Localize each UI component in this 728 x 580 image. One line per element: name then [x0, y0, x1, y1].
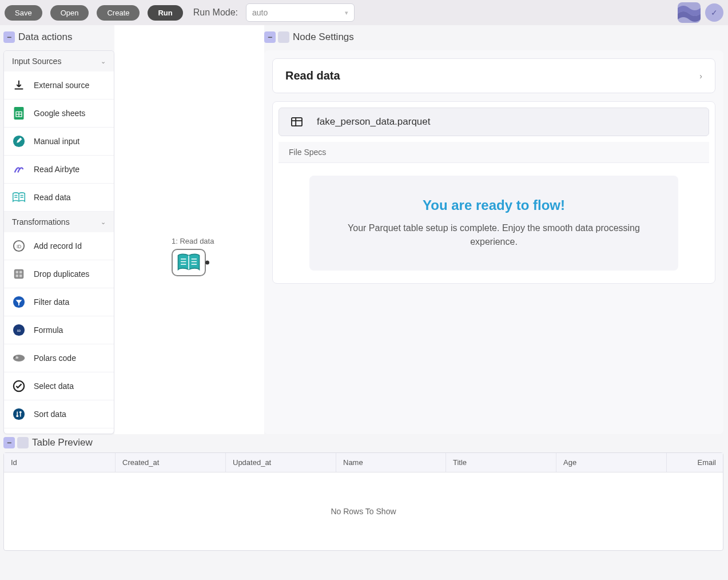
book-icon: [176, 253, 201, 272]
column-header-name[interactable]: Name: [336, 453, 446, 472]
open-button[interactable]: Open: [50, 5, 89, 21]
action-label: Select data: [34, 382, 74, 391]
table-header-row: Id Created_at Updated_at Name Title Age …: [4, 453, 723, 472]
action-sort-data[interactable]: Sort data: [4, 400, 114, 428]
node-title-expander[interactable]: Read data ›: [285, 69, 702, 82]
action-polars-code[interactable]: Polars code: [4, 344, 114, 372]
top-toolbar: Save Open Create Run Run Mode: auto ▾ ✓: [0, 0, 728, 25]
formula-icon: ∞: [12, 323, 26, 337]
create-button[interactable]: Create: [97, 5, 140, 21]
run-mode-value: auto: [252, 8, 268, 17]
book-icon: [12, 190, 26, 204]
chevron-down-icon: ⌄: [101, 58, 106, 65]
action-filter-data[interactable]: Filter data: [4, 288, 114, 316]
table-preview-title: Table Preview: [32, 437, 93, 448]
action-label: External source: [34, 81, 89, 90]
run-mode-select[interactable]: auto ▾: [246, 3, 355, 22]
id-icon: ID: [12, 239, 26, 253]
data-actions-sidebar: Input Sources ⌄ External source Google s…: [3, 50, 114, 434]
chevron-right-icon: ›: [699, 71, 702, 81]
svg-rect-32: [292, 118, 302, 126]
svg-rect-15: [16, 275, 19, 277]
edit-icon: [12, 134, 26, 148]
section-input-sources-label: Input Sources: [12, 57, 61, 66]
sheets-icon: [12, 106, 26, 120]
action-label: Filter data: [34, 297, 69, 307]
table-empty-message: No Rows To Show: [4, 472, 723, 550]
action-label: Read Airbyte: [34, 165, 79, 174]
column-header-created-at[interactable]: Created_at: [116, 453, 226, 472]
action-label: Manual input: [34, 137, 79, 146]
logo-icon: [678, 2, 701, 23]
action-label: Add record Id: [34, 241, 82, 251]
save-button[interactable]: Save: [5, 5, 42, 21]
svg-rect-14: [19, 271, 22, 274]
node-output-port[interactable]: [205, 261, 209, 265]
action-drop-duplicates[interactable]: Drop duplicates: [4, 260, 114, 288]
action-read-data[interactable]: Read data: [4, 184, 114, 212]
flow-canvas[interactable]: 1: Read data: [114, 25, 264, 434]
action-label: Sort data: [34, 410, 66, 419]
column-header-title[interactable]: Title: [446, 453, 556, 472]
run-mode-label: Run Mode:: [193, 7, 238, 18]
ready-message-box: You are ready to flow! Your Parquet tabl…: [309, 176, 678, 271]
action-google-sheets[interactable]: Google sheets: [4, 100, 114, 128]
action-read-airbyte[interactable]: Read Airbyte: [4, 156, 114, 184]
collapse-table-preview-button[interactable]: −: [3, 437, 15, 448]
table-icon: [291, 117, 303, 127]
download-icon: [12, 78, 26, 92]
airbyte-icon: [12, 162, 26, 176]
column-header-id[interactable]: Id: [4, 453, 116, 472]
table-preview: Id Created_at Updated_at Name Title Age …: [3, 452, 723, 551]
action-select-data[interactable]: Select data: [4, 372, 114, 400]
svg-point-24: [13, 408, 25, 420]
collapse-node-settings-button[interactable]: −: [264, 31, 276, 43]
node-settings-panel: Read data › fake_person_data.parquet Fil…: [264, 50, 723, 434]
duplicates-icon: [12, 267, 26, 281]
node-settings-toggle[interactable]: [278, 31, 289, 43]
action-label: Drop duplicates: [34, 269, 89, 279]
node-title: Read data: [285, 69, 340, 82]
select-check-icon: [12, 379, 26, 393]
collapse-data-actions-button[interactable]: −: [3, 31, 15, 43]
action-add-record-id[interactable]: ID Add record Id: [4, 232, 114, 260]
column-header-email[interactable]: Email: [667, 453, 723, 472]
file-selector[interactable]: fake_person_data.parquet: [279, 108, 709, 136]
svg-rect-12: [14, 269, 24, 279]
svg-point-21: [15, 356, 18, 359]
section-input-sources[interactable]: Input Sources ⌄: [4, 51, 114, 71]
data-actions-title: Data actions: [18, 31, 73, 43]
svg-point-20: [13, 355, 25, 361]
action-label: Polars code: [34, 353, 76, 363]
status-checkmark-icon[interactable]: ✓: [705, 3, 723, 22]
action-label: Formula: [34, 325, 63, 335]
action-label: Read data: [34, 193, 71, 202]
section-transformations[interactable]: Transformations ⌄: [4, 212, 114, 232]
svg-point-22: [14, 356, 15, 357]
column-header-age[interactable]: Age: [556, 453, 667, 472]
ready-title: You are ready to flow!: [327, 197, 661, 213]
action-formula[interactable]: ∞ Formula: [4, 316, 114, 344]
canvas-node-read-data[interactable]: 1: Read data: [172, 237, 214, 276]
column-header-updated-at[interactable]: Updated_at: [226, 453, 336, 472]
run-button[interactable]: Run: [148, 5, 182, 21]
filter-icon: [12, 295, 26, 309]
action-manual-input[interactable]: Manual input: [4, 128, 114, 156]
polars-icon: [12, 351, 26, 365]
ready-description: Your Parquet table setup is complete. En…: [327, 221, 661, 249]
file-name: fake_person_data.parquet: [317, 116, 431, 128]
svg-text:ID: ID: [17, 244, 21, 249]
node-settings-title: Node Settings: [293, 31, 354, 43]
action-label: Google sheets: [34, 109, 85, 118]
svg-text:∞: ∞: [17, 328, 21, 333]
table-preview-toggle[interactable]: [17, 437, 29, 448]
chevron-down-icon: ⌄: [101, 219, 106, 226]
chevron-down-icon: ▾: [345, 9, 348, 17]
svg-rect-16: [19, 275, 22, 277]
canvas-node-label: 1: Read data: [172, 237, 214, 245]
action-external-source[interactable]: External source: [4, 71, 114, 100]
svg-rect-13: [16, 271, 19, 274]
file-specs-header[interactable]: File Specs: [279, 142, 709, 163]
sort-icon: [12, 407, 26, 421]
section-transformations-label: Transformations: [12, 217, 70, 227]
